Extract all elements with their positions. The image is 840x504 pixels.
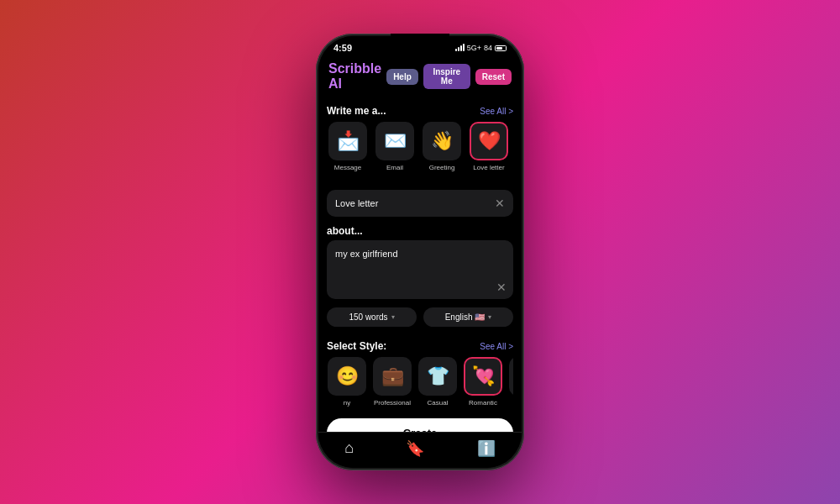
card-love-letter-icon: ❤️ [470, 122, 508, 160]
create-button-wrap: Create [327, 410, 513, 432]
subject-input-section: Love letter ✕ [327, 190, 513, 217]
style-professional-label: Professional [374, 399, 411, 407]
language-label: English 🇺🇸 [445, 312, 486, 322]
write-section-title: Write me a... [327, 105, 386, 117]
style-professional-icon: 💼 [373, 357, 412, 396]
network-label: 5G+ [467, 44, 481, 52]
phone-notch [391, 34, 449, 52]
card-love-letter-label: Love letter [473, 164, 504, 172]
words-chevron: ▾ [391, 313, 395, 321]
style-funny-icon: 😊 [328, 357, 366, 396]
card-message[interactable]: 📩 Message [327, 122, 369, 180]
about-close-icon[interactable]: ✕ [496, 281, 507, 294]
style-professional[interactable]: 💼 Professional [372, 357, 412, 407]
subject-close-icon[interactable]: ✕ [495, 197, 505, 210]
about-text-content: my ex girlfriend [335, 247, 505, 261]
card-greeting-label: Greeting [429, 164, 455, 172]
style-casual[interactable]: 👕 Casual [417, 357, 458, 407]
nav-home[interactable]: ⌂ [344, 439, 354, 458]
card-message-label: Message [334, 164, 361, 172]
style-casual-label: Casual [428, 399, 449, 407]
help-button[interactable]: Help [386, 69, 418, 85]
info-icon: ℹ️ [477, 439, 496, 458]
write-cards-row: 📩 Message ✉️ Email 👋 Greeting ❤️ Love le… [327, 122, 513, 183]
card-message-icon: 📩 [328, 122, 367, 160]
style-section-title: Select Style: [327, 340, 386, 352]
app-title: Scribble AI [328, 61, 381, 92]
style-romantic-label: Romantic [469, 399, 497, 407]
style-poetic[interactable]: 📜 Poetic [508, 357, 513, 407]
card-greeting[interactable]: 👋 Greeting [421, 122, 463, 180]
style-romantic[interactable]: 💘 Romantic [463, 357, 503, 407]
style-section-header: Select Style: See All > [327, 333, 513, 357]
card-greeting-icon: 👋 [423, 122, 461, 160]
signal-icon [455, 45, 465, 51]
bottom-nav: ⌂ 🔖 ℹ️ [318, 432, 522, 468]
subject-input-label: Love letter [335, 198, 378, 208]
style-casual-icon: 👕 [418, 357, 457, 396]
write-section-header: Write me a... See All > [327, 98, 513, 122]
card-email-icon: ✉️ [375, 122, 414, 160]
card-email[interactable]: ✉️ Email [374, 122, 416, 180]
bookmark-icon: 🔖 [406, 439, 424, 458]
language-chevron: ▾ [488, 313, 491, 321]
battery-percent: 84 [484, 44, 492, 52]
subject-input-row[interactable]: Love letter ✕ [327, 190, 513, 217]
words-label: 150 words [349, 312, 387, 322]
style-items-row: 😊 ny 💼 Professional 👕 Casual 💘 Romantic … [327, 357, 513, 410]
about-label: about... [327, 222, 513, 240]
card-email-label: Email [386, 164, 403, 172]
reset-button[interactable]: Reset [475, 69, 512, 85]
about-text-area[interactable]: my ex girlfriend ✕ [327, 240, 513, 299]
about-section: about... my ex girlfriend ✕ [327, 222, 513, 299]
home-icon: ⌂ [344, 439, 354, 457]
write-see-all[interactable]: See All > [480, 107, 513, 116]
nav-info[interactable]: ℹ️ [477, 439, 496, 458]
phone-screen: 4:59 5G+ 84 Scribble AI Help Inspire Me [318, 36, 522, 468]
style-funny[interactable]: 😊 ny [327, 357, 367, 407]
style-romantic-icon: 💘 [464, 357, 502, 396]
status-time: 4:59 [333, 43, 352, 53]
words-control[interactable]: 150 words ▾ [327, 307, 417, 327]
status-icons: 5G+ 84 [455, 44, 507, 52]
create-button[interactable]: Create [327, 418, 513, 432]
inspire-button[interactable]: Inspire Me [423, 64, 470, 89]
battery-icon [495, 45, 507, 51]
style-see-all[interactable]: See All > [480, 342, 513, 351]
app-content: Write me a... See All > 📩 Message ✉️ Ema… [318, 98, 522, 432]
language-control[interactable]: English 🇺🇸 ▾ [423, 307, 513, 327]
app-header: Scribble AI Help Inspire Me Reset [318, 56, 522, 98]
style-poetic-icon: 📜 [509, 357, 513, 396]
phone-frame: 4:59 5G+ 84 Scribble AI Help Inspire Me [316, 34, 524, 470]
controls-row: 150 words ▾ English 🇺🇸 ▾ [327, 307, 513, 327]
card-love-letter[interactable]: ❤️ Love letter [468, 122, 510, 180]
nav-bookmark[interactable]: 🔖 [406, 439, 424, 458]
style-funny-label: ny [344, 399, 350, 407]
